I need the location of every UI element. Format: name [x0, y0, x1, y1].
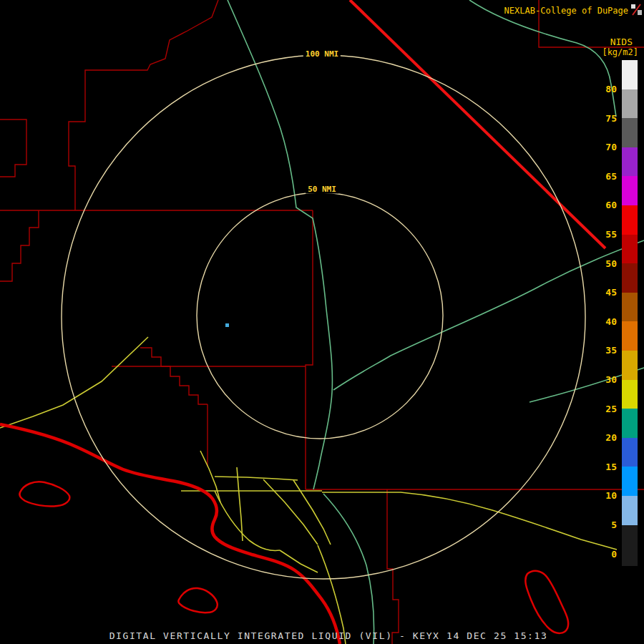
range-ring-label-100: 100 NMI: [303, 49, 341, 59]
county-line: [0, 119, 26, 177]
colorbar-tick-label: 65: [594, 171, 617, 182]
colorbar-tick-label: 40: [594, 316, 617, 328]
road-line: [322, 492, 617, 550]
county-line: [0, 210, 39, 281]
road-line: [0, 337, 148, 428]
colorbar: [622, 60, 638, 566]
road-line: [318, 545, 346, 644]
range-ring-100nmi: [62, 55, 585, 579]
colorbar-segment: [622, 176, 638, 205]
colorbar-tick-label: 5: [594, 519, 617, 531]
colorbar-tick-label: 75: [594, 113, 617, 125]
colorbar-tick-label: 25: [594, 404, 617, 415]
county-lines: [0, 0, 644, 644]
product-code-label: NIDS: [610, 36, 633, 47]
colorbar-segment: [622, 321, 638, 351]
rivers: [228, 0, 644, 644]
colorbar-tick-label: 0: [594, 549, 617, 560]
river-line: [228, 0, 332, 489]
state-boundary: [350, 0, 605, 248]
colorbar-tick-label: 20: [594, 432, 617, 444]
colorbar-segment: [622, 205, 638, 235]
county-line: [387, 489, 399, 644]
colorbar-segment: [622, 118, 638, 147]
roads: [0, 337, 617, 644]
county-line: [140, 348, 208, 404]
colorbar-segment: [622, 235, 638, 264]
colorbar-segment: [622, 293, 638, 322]
colorbar-segment: [622, 409, 638, 438]
colorbar-tick-label: 10: [594, 490, 617, 502]
colorbar-segments: [622, 60, 638, 566]
range-rings: [62, 55, 585, 579]
road-line: [215, 477, 298, 480]
colorbar-segment: [622, 438, 638, 467]
county-line: [69, 0, 218, 210]
colorbar-segment: [622, 89, 638, 119]
radar-display: NEXLAB-College of DuPage NIDS [kg/m2] 10…: [0, 0, 644, 644]
units-label: [kg/m2]: [602, 47, 638, 57]
colorbar-tick-label: 45: [594, 287, 617, 298]
colorbar-tick-label: 15: [594, 462, 617, 473]
colorbar-segment: [622, 351, 638, 380]
colorbar-segment: [622, 147, 638, 177]
range-ring-50nmi: [197, 192, 443, 439]
island-outline: [19, 482, 69, 506]
island-outline: [178, 588, 217, 613]
island-outline: [525, 571, 568, 633]
road-line: [237, 467, 243, 541]
colorbar-segment: [622, 380, 638, 409]
colorbar-tick-label: 60: [594, 200, 617, 211]
colorbar-tick-label: 80: [594, 84, 617, 95]
river-line: [469, 0, 616, 117]
colorbar-segment: [622, 496, 638, 525]
colorbar-tick-label: 30: [594, 374, 617, 386]
colorbar-segment: [622, 525, 638, 566]
road-line: [215, 491, 280, 550]
state-line: [350, 0, 605, 248]
cod-logo-icon: [630, 4, 643, 16]
radar-map: [0, 0, 644, 644]
coastline: [0, 424, 340, 644]
vil-echo: [225, 323, 229, 327]
colorbar-tick-label: 35: [594, 345, 617, 356]
colorbar-tick-label: 70: [594, 142, 617, 153]
colorbar-tick-label: 50: [594, 258, 617, 270]
range-ring-label-50: 50 NMI: [306, 185, 338, 194]
colorbar-segment: [622, 60, 638, 89]
coastline-group: [0, 424, 568, 644]
colorbar-segment: [622, 467, 638, 496]
colorbar-tick-label: 55: [594, 229, 617, 240]
road-line: [280, 550, 318, 572]
river-line: [323, 494, 374, 644]
county-line: [306, 210, 313, 489]
brand-text: NEXLAB-College of DuPage: [504, 6, 628, 16]
colorbar-segment: [622, 263, 638, 293]
product-title: DIGITAL VERTICALLY INTEGRATED LIQUID (VI…: [109, 630, 548, 641]
